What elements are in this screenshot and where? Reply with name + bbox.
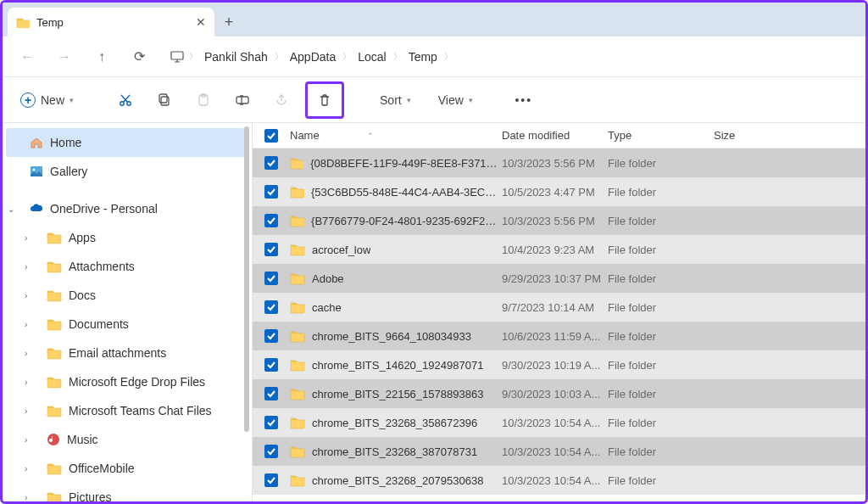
crumb-2[interactable]: Local xyxy=(356,47,387,67)
chevron-right-icon[interactable]: › xyxy=(25,291,27,300)
file-name-cell[interactable]: cache xyxy=(290,300,502,314)
sidebar-item[interactable]: ›Email attachments xyxy=(6,339,245,367)
file-row[interactable]: chrome_BITS_23268_35867239610/3/2023 10:… xyxy=(253,408,865,437)
sidebar-item[interactable]: ›OfficeMobile xyxy=(6,454,245,483)
folder-icon xyxy=(290,300,305,314)
sidebar-onedrive[interactable]: ⌄ OneDrive - Personal xyxy=(6,194,245,223)
file-name-cell[interactable]: {53C6BD55-848E-44C4-AAB4-3EC628... xyxy=(290,185,502,199)
sidebar-item[interactable]: ›Docs xyxy=(6,281,245,310)
chevron-right-icon[interactable]: › xyxy=(25,320,27,329)
file-row[interactable]: Adobe9/29/2023 10:37 PMFile folder xyxy=(253,264,865,293)
sidebar-item[interactable]: ›Apps xyxy=(6,223,245,252)
file-name-cell[interactable]: chrome_BITS_23268_358672396 xyxy=(290,416,502,429)
sidebar-item[interactable]: ›Microsoft Teams Chat Files xyxy=(6,396,245,425)
new-button[interactable]: + New ▾ xyxy=(13,86,81,115)
file-list: Name⌃ Date modified Type Size {08D8BEFE-… xyxy=(253,123,865,501)
chevron-right-icon[interactable]: › xyxy=(25,262,27,272)
nav-bar: ← → ↑ ⟳ 〉 Pankil Shah 〉 AppData 〉 Local … xyxy=(3,36,865,77)
chevron-down-icon: ▾ xyxy=(407,96,411,104)
close-tab-icon[interactable]: ✕ xyxy=(196,15,206,29)
sidebar-item[interactable]: ›Attachments xyxy=(6,252,245,281)
forward-button[interactable]: → xyxy=(52,44,77,70)
file-name-cell[interactable]: chrome_BITS_14620_1924987071 xyxy=(290,358,502,372)
file-row[interactable]: chrome_BITS_14620_19249870719/30/2023 10… xyxy=(253,350,865,379)
row-checkbox[interactable] xyxy=(253,156,290,170)
file-name-cell[interactable]: chrome_BITS_22156_1578893863 xyxy=(290,387,502,400)
column-size[interactable]: Size xyxy=(714,129,782,142)
view-button[interactable]: View ▾ xyxy=(426,86,480,115)
file-row[interactable]: {08D8BEFE-11F9-449F-8EE8-F3716E7C...10/3… xyxy=(253,148,865,177)
file-row[interactable]: {53C6BD55-848E-44C4-AAB4-3EC628...10/5/2… xyxy=(253,177,865,206)
file-row[interactable]: chrome_BITS_22156_15788938639/30/2023 10… xyxy=(253,379,865,408)
chevron-right-icon[interactable]: › xyxy=(25,435,27,445)
paste-button[interactable] xyxy=(188,86,219,115)
row-checkbox[interactable] xyxy=(253,185,290,199)
back-button[interactable]: ← xyxy=(14,44,40,70)
chevron-right-icon[interactable]: › xyxy=(25,493,27,502)
file-name-cell[interactable]: {B7766779-0F24-4801-9235-692F257F... xyxy=(290,214,502,227)
share-button[interactable] xyxy=(266,86,297,115)
sidebar-item[interactable]: ›Pictures xyxy=(6,483,245,501)
file-name-cell[interactable]: acrocef_low xyxy=(290,243,502,256)
file-row[interactable]: acrocef_low10/4/2023 9:23 AMFile folder xyxy=(253,235,865,264)
file-row[interactable]: chrome_BITS_23268_207953063810/3/2023 10… xyxy=(253,466,865,495)
row-checkbox[interactable] xyxy=(253,473,290,487)
file-name-cell[interactable]: chrome_BITS_23268_2079530638 xyxy=(290,473,502,487)
file-row[interactable]: chrome_BITS_9664_10803493310/6/2023 11:5… xyxy=(253,322,865,350)
new-tab-button[interactable]: + xyxy=(214,8,243,36)
file-date: 10/3/2023 5:56 PM xyxy=(502,215,608,227)
row-checkbox[interactable] xyxy=(253,416,290,429)
sidebar-gallery[interactable]: Gallery xyxy=(6,157,245,186)
file-name-cell[interactable]: {08D8BEFE-11F9-449F-8EE8-F3716E7C... xyxy=(290,156,502,170)
chevron-right-icon[interactable]: › xyxy=(25,464,27,473)
sidebar-home[interactable]: Home xyxy=(6,128,245,157)
row-checkbox[interactable] xyxy=(253,329,290,343)
copy-button[interactable] xyxy=(149,86,180,115)
refresh-button[interactable]: ⟳ xyxy=(126,44,152,70)
column-type[interactable]: Type xyxy=(608,129,714,142)
file-name-cell[interactable]: chrome_BITS_23268_387078731 xyxy=(290,445,502,458)
file-row[interactable]: cache9/7/2023 10:14 AMFile folder xyxy=(253,293,865,322)
tab-temp[interactable]: Temp ✕ xyxy=(8,8,214,36)
sidebar-item[interactable]: ›Microsoft Edge Drop Files xyxy=(6,367,245,396)
delete-button[interactable] xyxy=(309,86,340,115)
file-row[interactable]: chrome_BITS_23268_38707873110/3/2023 10:… xyxy=(253,437,865,466)
more-button[interactable]: ••• xyxy=(509,86,539,115)
row-checkbox[interactable] xyxy=(253,387,290,400)
row-checkbox[interactable] xyxy=(253,358,290,372)
file-row[interactable]: {B7766779-0F24-4801-9235-692F257F...10/3… xyxy=(253,206,865,235)
up-button[interactable]: ↑ xyxy=(89,44,114,70)
folder-icon xyxy=(290,185,304,199)
column-name[interactable]: Name⌃ xyxy=(290,129,502,142)
cut-button[interactable] xyxy=(110,86,141,115)
file-name-cell[interactable]: Adobe xyxy=(290,272,502,285)
folder-icon xyxy=(290,473,305,487)
chevron-down-icon[interactable]: ⌄ xyxy=(8,204,14,214)
rename-button[interactable] xyxy=(227,86,258,115)
sidebar-item[interactable]: ›Documents xyxy=(6,310,245,339)
row-checkbox[interactable] xyxy=(253,243,290,256)
file-name-cell[interactable]: chrome_BITS_9664_108034933 xyxy=(290,329,502,343)
row-checkbox[interactable] xyxy=(253,300,290,314)
sidebar-item[interactable]: ›Music xyxy=(6,425,245,454)
crumb-0[interactable]: Pankil Shah xyxy=(203,47,270,67)
crumb-3[interactable]: Temp xyxy=(407,47,439,67)
chevron-right-icon[interactable]: › xyxy=(25,378,27,387)
select-all-checkbox[interactable] xyxy=(253,129,290,143)
column-date[interactable]: Date modified xyxy=(502,129,608,142)
sort-button[interactable]: Sort ▾ xyxy=(368,86,418,115)
file-type: File folder xyxy=(608,417,714,429)
monitor-icon[interactable] xyxy=(170,50,184,64)
chevron-right-icon[interactable]: › xyxy=(25,406,27,416)
row-checkbox[interactable] xyxy=(253,272,290,285)
chevron-right-icon[interactable]: › xyxy=(25,349,27,358)
chevron-right-icon: 〉 xyxy=(189,51,198,63)
svg-rect-7 xyxy=(236,97,248,104)
breadcrumb: 〉 Pankil Shah 〉 AppData 〉 Local 〉 Temp 〉 xyxy=(170,47,453,67)
chevron-right-icon[interactable]: › xyxy=(25,233,27,243)
sidebar-scrollbar[interactable] xyxy=(243,126,250,457)
row-checkbox[interactable] xyxy=(253,445,290,458)
crumb-1[interactable]: AppData xyxy=(288,47,337,67)
row-checkbox[interactable] xyxy=(253,214,290,227)
file-type: File folder xyxy=(608,301,714,314)
